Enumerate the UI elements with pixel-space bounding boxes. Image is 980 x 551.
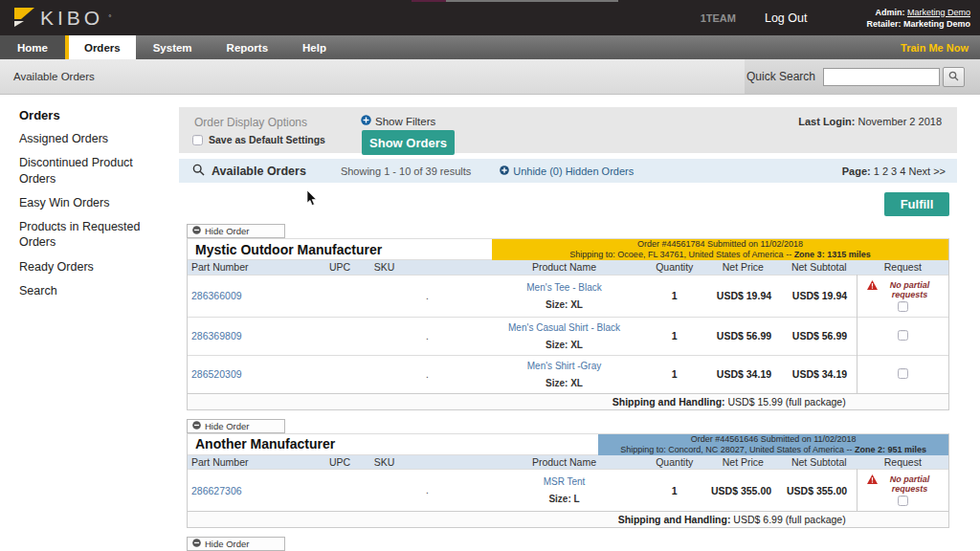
product-cell: Men's Casual Shirt - Black Size: XL [484, 317, 644, 355]
nav-tab-reports[interactable]: Reports [210, 35, 285, 59]
shipping-to-line: Shipping to: Concord, NC 28027, United S… [598, 445, 948, 455]
nav-tab-home[interactable]: Home [0, 35, 65, 59]
main-nav: Home Orders System Reports Help Train Me… [0, 35, 980, 59]
shipping-row: Shipping and Handling: USD$ 15.99 (full … [188, 393, 948, 409]
product-name: Men's Tee - Black [488, 282, 640, 293]
hide-order-button[interactable]: Hide Order [187, 537, 285, 551]
zone-info: Zone 2: 951 miles [855, 445, 926, 454]
next-page-link[interactable]: Next >> [908, 165, 946, 177]
col-sku: SKU [370, 260, 484, 275]
shipping-label: Shipping and Handling: [618, 514, 731, 525]
col-product-name: Product Name [484, 260, 644, 275]
retailer-label: Retailer: [866, 19, 901, 29]
part-number-link[interactable]: 286366009 [188, 275, 309, 317]
net-subtotal-cell: USD$ 355.00 [781, 470, 858, 512]
show-filters-link[interactable]: Show Filters [361, 115, 435, 127]
admin-info: Admin: Marketing Demo Retailer: Marketin… [866, 7, 970, 30]
part-number-link[interactable]: 286520309 [188, 355, 309, 393]
quick-search-input[interactable] [823, 68, 940, 86]
request-cell: No partial requests [858, 275, 948, 317]
team-label: 1TEAM [701, 12, 736, 24]
request-checkbox[interactable] [898, 496, 908, 506]
nav-tab-orders[interactable]: Orders [65, 35, 136, 59]
hide-order-button[interactable]: Hide Order [187, 419, 285, 433]
sidebar-item-assigned-orders[interactable]: Assigned Orders [19, 131, 161, 146]
request-cell [858, 355, 948, 393]
part-number-link[interactable]: 286369809 [188, 317, 309, 355]
order-header: Order #44561646 Submitted on 11/02/2018 … [598, 434, 948, 455]
quantity-cell: 1 [644, 317, 705, 355]
last-login-label: Last Login: [798, 116, 855, 127]
train-me-now-link[interactable]: Train Me Now [901, 42, 969, 54]
sku-cell: . [370, 317, 484, 355]
pagination: Page: 1 2 3 4 Next >> [842, 165, 946, 177]
sidebar-item-easy-win-orders[interactable]: Easy Win Orders [19, 195, 161, 210]
save-default-label: Save as Default Settings [209, 134, 325, 145]
warning-icon [867, 280, 878, 292]
fulfill-row: Fulfill [179, 192, 957, 216]
quick-search-label: Quick Search [746, 70, 815, 83]
request-checkbox[interactable] [898, 368, 908, 379]
kibo-mark-icon [12, 5, 35, 32]
admin-value-link[interactable]: Marketing Demo [907, 8, 970, 17]
col-request: Request [858, 260, 948, 275]
col-upc: UPC [309, 455, 370, 470]
hide-order-label: Hide Order [205, 539, 249, 549]
net-price-cell: USD$ 56.99 [705, 317, 782, 355]
order-items-table: Part Number UPC SKU Product Name Quantit… [188, 455, 948, 528]
hide-order-button[interactable]: Hide Order [187, 224, 285, 238]
quantity-cell: 1 [644, 470, 705, 512]
order-card: Hide Order Another Manufacturer Order #4… [187, 537, 949, 551]
quantity-cell: 1 [644, 275, 705, 317]
unhide-hidden-orders-link[interactable]: Unhide (0) Hidden Orders [500, 165, 634, 177]
shipping-to-line: Shipping to: Ocoee, FL 34761, United Sta… [492, 250, 948, 260]
product-name: MSR Tent [488, 476, 640, 487]
warning-icon [867, 474, 878, 486]
quick-search-button[interactable] [943, 67, 965, 87]
col-net-price: Net Price [705, 455, 782, 470]
sidebar: Orders Assigned Orders Discontinued Prod… [0, 95, 178, 307]
product-size: Size: XL [488, 340, 640, 350]
request-checkbox[interactable] [898, 301, 908, 312]
sku-cell: . [370, 355, 484, 393]
order-number-line: Order #44561646 Submitted on 11/02/2018 [598, 434, 948, 445]
net-price-cell: USD$ 19.94 [705, 275, 782, 317]
net-subtotal-cell: USD$ 19.94 [781, 275, 858, 317]
net-price-cell: USD$ 355.00 [705, 470, 782, 512]
col-part-number: Part Number [188, 260, 309, 275]
sku-cell: . [370, 275, 484, 317]
upc-cell [309, 275, 370, 317]
logout-link[interactable]: Log Out [765, 11, 807, 25]
quick-search-area: Quick Search [745, 59, 980, 94]
sidebar-item-search[interactable]: Search [19, 283, 161, 298]
net-subtotal-cell: USD$ 34.19 [781, 355, 858, 393]
manufacturer-name: Mystic Outdoor Manufacturer [188, 239, 492, 260]
fulfill-button[interactable]: Fulfill [884, 192, 949, 216]
request-cell: No partial requests [858, 470, 948, 512]
request-checkbox[interactable] [898, 330, 908, 341]
table-header-row: Part Number UPC SKU Product Name Quantit… [188, 260, 948, 275]
page-title: Available Orders [13, 71, 95, 82]
nav-tab-help[interactable]: Help [285, 35, 344, 59]
zone-info: Zone 3: 1315 miles [794, 250, 871, 259]
breadcrumb-bar: Available Orders Quick Search [0, 59, 980, 95]
show-orders-button[interactable]: Show Orders [362, 130, 455, 155]
sidebar-item-discontinued-product-orders[interactable]: Discontinued Product Orders [19, 155, 161, 187]
nav-tab-system[interactable]: System [136, 35, 210, 59]
unhide-icon [500, 165, 509, 177]
order-number-line: Order #44561784 Submitted on 11/02/2018 [492, 239, 948, 250]
order-display-options-label: Order Display Options [194, 116, 307, 129]
request-cell [858, 317, 948, 355]
sidebar-item-ready-orders[interactable]: Ready Orders [19, 259, 161, 275]
col-net-subtotal: Net Subtotal [781, 455, 858, 470]
part-number-link[interactable]: 286627306 [188, 470, 309, 512]
page-links[interactable]: 1 2 3 4 [871, 165, 909, 177]
brand-reg-mark: ° [108, 13, 111, 22]
results-title: Available Orders [212, 165, 306, 178]
table-header-row: Part Number UPC SKU Product Name Quantit… [188, 455, 948, 470]
hide-order-label: Hide Order [205, 226, 249, 236]
shipping-label: Shipping and Handling: [612, 396, 725, 408]
sidebar-item-products-in-requested-orders[interactable]: Products in Requested Orders [19, 219, 161, 251]
save-default-checkbox[interactable] [192, 135, 203, 145]
col-net-subtotal: Net Subtotal [781, 260, 858, 275]
